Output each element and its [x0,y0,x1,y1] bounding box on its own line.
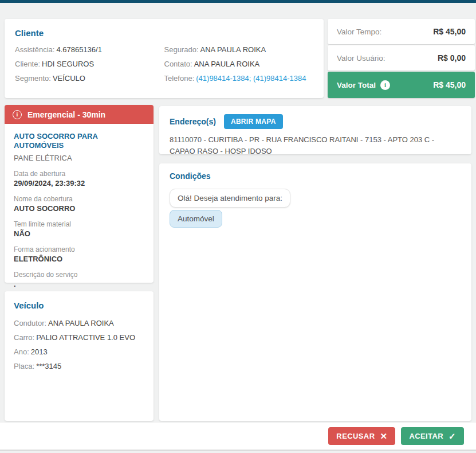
aceitar-button[interactable]: ACEITAR ✓ [401,427,464,445]
conditions-title: Condições [170,171,461,181]
service-title: AUTO SOCORRO PARA AUTOMÓVEIS [14,132,144,151]
vehicle-title: Veículo [14,300,144,310]
footer-action-bar: RECUSAR ✕ ACEITAR ✓ [0,423,476,451]
service-card: AUTO SOCORRO PARA AUTOMÓVEIS PANE ELÉTRI… [5,124,154,283]
carro-field: Carro:PALIO ATTRACTIVE 1.0 EVO [14,330,144,345]
check-icon: ✓ [449,431,456,442]
ano-field: Ano:2013 [14,345,144,359]
address-text: 81110070 - CURITIBA - PR - RUA FRANCISCO… [170,134,461,157]
cliente-field: Cliente:HDI SEGUROS [15,57,164,71]
close-icon: ✕ [380,431,387,442]
service-field: Nome da cobertura AUTO SOCORRO [14,195,144,213]
service-subtitle: PANE ELÉTRICA [14,154,144,162]
valor-total-row: Valor Total i R$ 45,00 [328,72,475,98]
aceitar-label: ACEITAR [409,432,443,440]
info-icon[interactable]: i [380,80,390,90]
segurado-field: Segurado:ANA PAULA ROIKA [164,42,314,57]
service-field: Data de abertura 29/09/2024, 23:39:32 [14,170,144,188]
cliente-title: Cliente [15,28,313,38]
chat-message-bubble: Olá! Deseja atendimento para: [170,189,290,208]
top-accent-bar [0,0,476,3]
segmento-field: Segmento:VEÍCULO [15,71,164,85]
valor-total-label: Valor Total [337,81,376,89]
vehicle-card: Veículo Condutor:ANA PAULA ROIKA Carro:P… [5,291,154,421]
service-field: Tem limite material NÃO [14,220,144,238]
telefone-field: Telefone:(41)98414-1384; (41)98414-1384 [164,71,314,85]
recusar-label: RECUSAR [336,432,375,440]
info-icon: i [13,110,22,119]
placa-field: Placa:***3145 [14,359,144,373]
emergency-banner: i Emergencial - 30min [5,105,154,124]
valor-total-value: R$ 45,00 [433,80,466,89]
condutor-field: Condutor:ANA PAULA ROIKA [14,316,144,330]
assistencia-field: Assistência:4.67865136/1 [15,42,164,57]
valor-tempo-row: Valor Tempo: R$ 45,00 [328,19,475,44]
emergency-banner-label: Emergencial - 30min [27,110,105,119]
telefone-link[interactable]: (41)98414-1384; (41)98414-1384 [196,74,306,83]
contato-field: Contato:ANA PAULA ROIKA [164,57,314,71]
address-title: Endereço(s) [170,117,216,126]
values-panel: Valor Tempo: R$ 45,00 Valor Usuário: R$ … [328,19,475,99]
recusar-button[interactable]: RECUSAR ✕ [328,427,395,445]
automovel-chip[interactable]: Automóvel [170,210,222,228]
service-field: Descrição do serviço . [14,271,144,288]
open-map-button[interactable]: ABRIR MAPA [224,114,283,129]
valor-usuario-row: Valor Usuário: R$ 0,00 [328,45,475,71]
service-field: Forma acionamento ELETRÔNICO [14,245,144,263]
conditions-card: Condições Olá! Deseja atendimento para: … [159,163,471,421]
address-card: Endereço(s) ABRIR MAPA 81110070 - CURITI… [159,106,471,154]
cliente-card: Cliente Assistência:4.67865136/1 Cliente… [5,19,324,98]
